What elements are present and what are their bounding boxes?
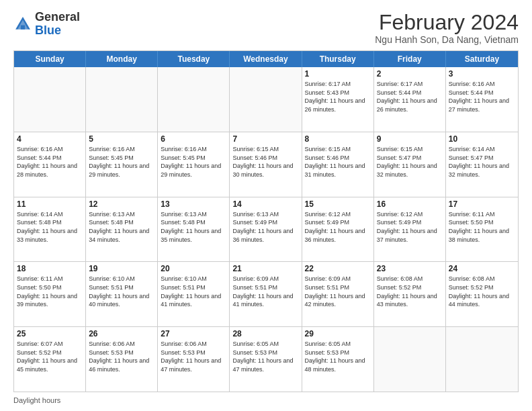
day-info: Sunrise: 6:13 AM Sunset: 5:48 PM Dayligh… [89, 210, 154, 244]
calendar-day-cell: 20Sunrise: 6:10 AM Sunset: 5:51 PM Dayli… [158, 262, 230, 326]
day-number: 19 [89, 264, 154, 273]
day-number: 16 [377, 199, 443, 209]
day-info: Sunrise: 6:07 AM Sunset: 5:52 PM Dayligh… [17, 340, 83, 373]
day-info: Sunrise: 6:10 AM Sunset: 5:51 PM Dayligh… [89, 275, 154, 308]
day-info: Sunrise: 6:12 AM Sunset: 5:49 PM Dayligh… [377, 210, 443, 244]
calendar-day-cell: 3Sunrise: 6:16 AM Sunset: 5:44 PM Daylig… [446, 67, 518, 132]
day-info: Sunrise: 6:13 AM Sunset: 5:49 PM Dayligh… [232, 210, 298, 244]
day-number: 28 [232, 329, 298, 338]
calendar-day-cell: 9Sunrise: 6:15 AM Sunset: 5:47 PM Daylig… [374, 132, 446, 197]
calendar-day-cell: 19Sunrise: 6:10 AM Sunset: 5:51 PM Dayli… [86, 262, 158, 326]
day-info: Sunrise: 6:05 AM Sunset: 5:53 PM Dayligh… [305, 340, 371, 373]
day-number: 7 [232, 134, 298, 144]
day-info: Sunrise: 6:16 AM Sunset: 5:45 PM Dayligh… [89, 145, 154, 179]
day-info: Sunrise: 6:11 AM Sunset: 5:50 PM Dayligh… [449, 210, 515, 244]
day-info: Sunrise: 6:06 AM Sunset: 5:53 PM Dayligh… [161, 340, 226, 373]
day-info: Sunrise: 6:06 AM Sunset: 5:53 PM Dayligh… [89, 340, 154, 373]
title-block: February 2024 Ngu Hanh Son, Da Nang, Vie… [375, 11, 519, 45]
day-info: Sunrise: 6:05 AM Sunset: 5:53 PM Dayligh… [232, 340, 298, 373]
day-info: Sunrise: 6:17 AM Sunset: 5:43 PM Dayligh… [305, 80, 371, 113]
day-number: 18 [17, 264, 83, 273]
calendar-day-cell [446, 327, 518, 392]
day-number: 14 [232, 199, 298, 209]
calendar-header-cell: Monday [86, 51, 158, 67]
calendar-header-cell: Sunday [14, 51, 86, 67]
calendar-day-cell [14, 67, 86, 132]
day-number: 12 [89, 199, 154, 209]
day-number: 27 [161, 329, 226, 338]
calendar-week-row: 11Sunrise: 6:14 AM Sunset: 5:48 PM Dayli… [14, 197, 518, 262]
day-number: 6 [161, 134, 226, 144]
calendar-day-cell: 2Sunrise: 6:17 AM Sunset: 5:44 PM Daylig… [374, 67, 446, 132]
day-info: Sunrise: 6:16 AM Sunset: 5:45 PM Dayligh… [161, 145, 226, 179]
page: General Blue February 2024 Ngu Hanh Son,… [0, 0, 532, 411]
svg-rect-2 [21, 25, 25, 29]
day-info: Sunrise: 6:09 AM Sunset: 5:51 PM Dayligh… [232, 275, 298, 308]
day-number: 24 [449, 264, 515, 273]
calendar-day-cell: 5Sunrise: 6:16 AM Sunset: 5:45 PM Daylig… [86, 132, 158, 197]
logo: General Blue [13, 11, 80, 38]
day-number: 1 [305, 69, 371, 79]
calendar-day-cell: 27Sunrise: 6:06 AM Sunset: 5:53 PM Dayli… [158, 327, 230, 392]
calendar-day-cell: 17Sunrise: 6:11 AM Sunset: 5:50 PM Dayli… [446, 197, 518, 262]
subtitle: Ngu Hanh Son, Da Nang, Vietnam [375, 34, 519, 45]
calendar-day-cell: 8Sunrise: 6:15 AM Sunset: 5:46 PM Daylig… [302, 132, 374, 197]
header: General Blue February 2024 Ngu Hanh Son,… [13, 11, 519, 45]
day-info: Sunrise: 6:16 AM Sunset: 5:44 PM Dayligh… [449, 80, 515, 113]
day-number: 10 [449, 134, 515, 144]
main-title: February 2024 [375, 11, 519, 34]
calendar-day-cell: 13Sunrise: 6:13 AM Sunset: 5:48 PM Dayli… [158, 197, 230, 262]
calendar-day-cell: 25Sunrise: 6:07 AM Sunset: 5:52 PM Dayli… [14, 327, 86, 392]
day-info: Sunrise: 6:15 AM Sunset: 5:47 PM Dayligh… [377, 145, 443, 179]
calendar: SundayMondayTuesdayWednesdayThursdayFrid… [13, 50, 519, 392]
day-number: 20 [161, 264, 226, 273]
calendar-day-cell [86, 67, 158, 132]
calendar-day-cell: 11Sunrise: 6:14 AM Sunset: 5:48 PM Dayli… [14, 197, 86, 262]
day-info: Sunrise: 6:08 AM Sunset: 5:52 PM Dayligh… [377, 275, 443, 308]
calendar-day-cell: 26Sunrise: 6:06 AM Sunset: 5:53 PM Dayli… [86, 327, 158, 392]
day-info: Sunrise: 6:15 AM Sunset: 5:46 PM Dayligh… [232, 145, 298, 179]
calendar-week-row: 4Sunrise: 6:16 AM Sunset: 5:44 PM Daylig… [14, 132, 518, 197]
day-number: 2 [377, 69, 443, 79]
logo-blue: Blue [35, 24, 61, 37]
calendar-day-cell: 29Sunrise: 6:05 AM Sunset: 5:53 PM Dayli… [302, 327, 374, 392]
day-info: Sunrise: 6:14 AM Sunset: 5:47 PM Dayligh… [449, 145, 515, 179]
calendar-header-cell: Saturday [446, 51, 518, 67]
calendar-day-cell: 7Sunrise: 6:15 AM Sunset: 5:46 PM Daylig… [230, 132, 302, 197]
calendar-week-row: 18Sunrise: 6:11 AM Sunset: 5:50 PM Dayli… [14, 261, 518, 326]
day-info: Sunrise: 6:12 AM Sunset: 5:49 PM Dayligh… [305, 210, 371, 244]
day-number: 22 [305, 264, 371, 273]
calendar-day-cell: 22Sunrise: 6:09 AM Sunset: 5:51 PM Dayli… [302, 262, 374, 326]
logo-general: General [35, 10, 80, 24]
day-info: Sunrise: 6:09 AM Sunset: 5:51 PM Dayligh… [305, 275, 371, 308]
calendar-day-cell: 4Sunrise: 6:16 AM Sunset: 5:44 PM Daylig… [14, 132, 86, 197]
calendar-header-cell: Friday [374, 51, 446, 67]
calendar-day-cell: 6Sunrise: 6:16 AM Sunset: 5:45 PM Daylig… [158, 132, 230, 197]
day-info: Sunrise: 6:08 AM Sunset: 5:52 PM Dayligh… [449, 275, 515, 308]
day-number: 26 [89, 329, 154, 338]
calendar-week-row: 1Sunrise: 6:17 AM Sunset: 5:43 PM Daylig… [14, 67, 518, 132]
day-number: 4 [17, 134, 83, 144]
day-number: 17 [449, 199, 515, 209]
day-number: 3 [449, 69, 515, 79]
calendar-day-cell: 18Sunrise: 6:11 AM Sunset: 5:50 PM Dayli… [14, 262, 86, 326]
day-number: 5 [89, 134, 154, 144]
day-number: 9 [377, 134, 443, 144]
calendar-day-cell: 1Sunrise: 6:17 AM Sunset: 5:43 PM Daylig… [302, 67, 374, 132]
calendar-day-cell [374, 327, 446, 392]
day-number: 15 [305, 199, 371, 209]
calendar-day-cell [230, 67, 302, 132]
day-number: 11 [17, 199, 83, 209]
calendar-day-cell: 24Sunrise: 6:08 AM Sunset: 5:52 PM Dayli… [446, 262, 518, 326]
day-info: Sunrise: 6:16 AM Sunset: 5:44 PM Dayligh… [17, 145, 83, 179]
day-info: Sunrise: 6:10 AM Sunset: 5:51 PM Dayligh… [161, 275, 226, 308]
calendar-header-cell: Thursday [302, 51, 374, 67]
footer: Daylight hours [13, 396, 519, 404]
day-info: Sunrise: 6:14 AM Sunset: 5:48 PM Dayligh… [17, 210, 83, 244]
calendar-day-cell [158, 67, 230, 132]
calendar-day-cell: 16Sunrise: 6:12 AM Sunset: 5:49 PM Dayli… [374, 197, 446, 262]
footer-label: Daylight hours [13, 396, 60, 404]
day-number: 8 [305, 134, 371, 144]
day-number: 29 [305, 329, 371, 338]
calendar-week-row: 25Sunrise: 6:07 AM Sunset: 5:52 PM Dayli… [14, 326, 518, 392]
